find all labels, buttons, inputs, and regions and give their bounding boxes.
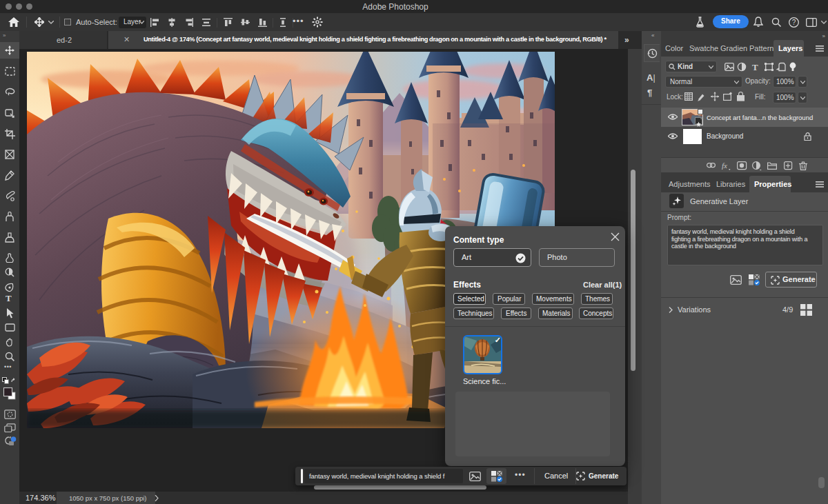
svg-text:?: ? — [792, 19, 796, 26]
svg-text:T: T — [752, 62, 758, 72]
svg-text:fx: fx — [722, 161, 727, 170]
